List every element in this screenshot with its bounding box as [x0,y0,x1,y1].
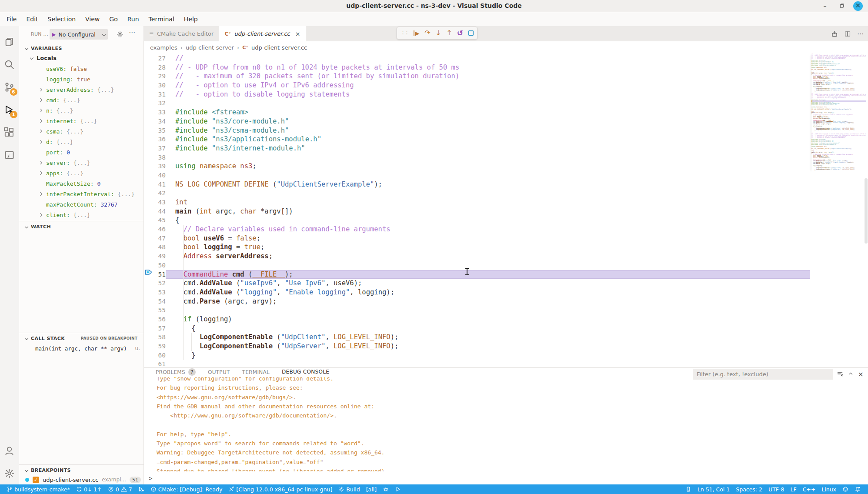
variable-row[interactable]: apps: {...} [19,168,144,178]
tab-debug-console[interactable]: DEBUG CONSOLE [282,369,329,376]
variable-row[interactable]: interPacketInterval: {...} [19,189,144,199]
status-git-branch[interactable]: buildsystem-cmake* [3,484,73,494]
status-debug-target[interactable] [380,484,392,494]
editor-more-actions[interactable]: ⋯ [857,30,864,38]
status-cursor-position[interactable]: Ln 51, Col 1 [694,484,733,494]
maximize-button[interactable] [837,1,846,11]
maximize-panel-icon[interactable] [848,372,852,376]
status-launch-target[interactable] [392,484,404,494]
status-build-button[interactable]: Build [335,484,363,494]
breakpoints-section-header[interactable]: BREAKPOINTS [19,465,144,475]
variable-row[interactable]: cmd: {...} [19,95,144,105]
status-platform[interactable]: Linux [818,484,839,494]
code-editor[interactable]: 27//28// - UDP flow from n0 to n1 of 102… [144,53,810,367]
debug-config-dropdown[interactable]: ▶ No Configural [50,29,108,40]
variable-row[interactable]: maxPacketCount: 32767 [19,199,144,210]
variables-scope-locals[interactable]: Locals [30,53,57,63]
menu-help[interactable]: Help [179,12,203,26]
step-out-button[interactable]: ↑ [446,30,452,37]
status-eol[interactable]: LF [787,484,799,494]
debug-settings-gear[interactable] [117,31,124,38]
breadcrumb-item[interactable]: udp-client-server.cc [251,44,307,51]
tab-output[interactable]: OUTPUT [208,369,230,376]
chevron-right-icon[interactable] [39,88,42,91]
breakpoint-checkbox[interactable]: ✓ [33,477,39,483]
variable-row[interactable]: csma: {...} [19,126,144,137]
chevron-right-icon[interactable] [39,213,42,217]
menu-file[interactable]: File [2,12,21,26]
status-device-indicator[interactable] [682,484,694,494]
variable-row[interactable]: client: {...} [19,210,144,220]
menu-selection[interactable]: Selection [43,12,81,26]
breadcrumb-item[interactable]: examples [150,44,177,51]
status-active-kit[interactable]: [Clang 12.0.0 x86_64-pc-linux-gnu] [225,484,335,494]
menu-go[interactable]: Go [104,12,122,26]
activity-search[interactable] [0,53,19,76]
tab-udp-client-server[interactable]: C⁺ udp-client-server.cc × [219,26,306,41]
activity-run-debug[interactable]: 1 [0,98,19,121]
continue-button[interactable]: ▶ [414,30,420,36]
tab-cmake-cache-editor[interactable]: ≡ CMake Cache Editor [144,26,219,41]
status-problems-summary[interactable]: 07 [105,484,135,494]
console-prompt[interactable]: > [149,475,152,482]
activity-cmake[interactable] [0,144,19,166]
activity-manage[interactable] [0,462,19,484]
variable-row[interactable]: internet: {...} [19,116,144,126]
menu-edit[interactable]: Edit [21,12,43,26]
activity-explorer[interactable] [0,30,19,53]
chevron-right-icon[interactable] [39,130,42,133]
activity-account[interactable] [0,439,19,462]
activity-source-control[interactable]: 6 [0,76,19,98]
activity-extensions[interactable] [0,121,19,144]
menu-run[interactable]: Run [123,12,144,26]
stop-button[interactable] [468,30,474,36]
status-notifications[interactable] [851,484,864,494]
menu-terminal[interactable]: Terminal [144,12,179,26]
close-button[interactable]: ✕ [853,1,863,11]
step-over-button[interactable]: ↷ [424,30,430,37]
menu-view[interactable]: View [80,12,104,26]
tab-problems[interactable]: PROBLEMS 7 [156,368,196,377]
run-more-actions[interactable]: ⋯ [129,28,135,36]
status-sync-changes[interactable]: 0↓ 1↑ [73,484,105,494]
variable-row[interactable]: server: {...} [19,157,144,168]
call-stack-section-header[interactable]: CALL STACK PAUSED ON BREAKPOINT [19,334,144,343]
chevron-right-icon[interactable] [39,140,42,144]
status-cmake-status[interactable]: CMake: [Debug]: Ready [147,484,226,494]
chevron-right-icon[interactable] [39,161,42,164]
minimize-button[interactable]: – [820,1,830,11]
status-cmake-debug-launch[interactable] [135,484,147,494]
restart-button[interactable]: ↺ [457,30,463,37]
chevron-right-icon[interactable] [39,119,42,123]
toolbar-grip-icon[interactable]: ⋮⋮ [401,30,408,36]
variable-row[interactable]: n: {...} [19,105,144,116]
status-language-mode[interactable]: C++ [800,484,819,494]
variables-section-header[interactable]: VARIABLES [19,43,144,53]
variable-row[interactable]: logging: true [19,74,144,84]
status-feedback[interactable] [839,484,851,494]
status-build-target[interactable]: [all] [363,484,380,494]
chevron-right-icon[interactable] [39,98,42,102]
status-encoding[interactable]: UTF-8 [765,484,787,494]
variable-row[interactable]: MaxPacketSize: 0 [19,178,144,189]
variable-row[interactable]: d: {...} [19,137,144,147]
variable-row[interactable]: serverAddress: {...} [19,84,144,95]
editor-scrollbar[interactable] [865,178,868,244]
chevron-right-icon[interactable] [39,192,42,196]
minimap[interactable]: //// - UDP flow from n0 to n1 of 1024 by… [811,53,866,173]
chevron-right-icon[interactable] [39,171,42,175]
tab-terminal[interactable]: TERMINAL [242,369,270,376]
breadcrumb-item[interactable]: udp-client-server [186,44,234,51]
step-into-button[interactable]: ↓ [435,30,441,37]
watch-section-header[interactable]: WATCH [19,222,144,231]
close-tab-icon[interactable]: × [295,30,300,37]
clear-console-icon[interactable] [837,371,843,377]
breakpoint-item[interactable]: ✓ udp-client-server.cc exampl... 51 [19,475,141,484]
split-editor-icon[interactable] [844,30,851,37]
call-stack-frame[interactable]: main(int argc, char ** argv) u. [35,344,140,353]
variable-row[interactable]: port: 0 [19,147,144,157]
run-file-icon[interactable] [831,30,838,37]
variable-row[interactable]: useV6: false [19,63,144,74]
status-indentation[interactable]: Spaces: 2 [733,484,765,494]
chevron-right-icon[interactable] [39,109,42,112]
